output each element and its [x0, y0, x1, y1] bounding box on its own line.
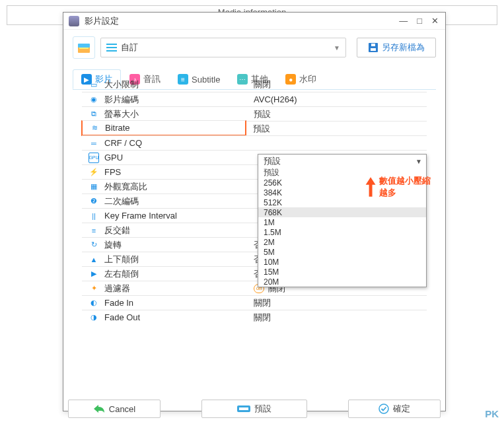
row-label-cell: ✦過濾器	[82, 281, 247, 295]
app-icon	[69, 16, 79, 26]
row-label-cell: ||Key Frame Interval	[82, 208, 247, 223]
row-label-cell: ▲上下顛倒	[82, 252, 247, 266]
row-label-cell: ❷二次編碼	[82, 193, 247, 208]
row-label-text: 螢幕大小	[104, 108, 139, 120]
row-label-cell: GPUGPU	[82, 150, 247, 164]
close-button[interactable]: ✕	[430, 16, 440, 26]
preset-label: 預設	[254, 403, 271, 415]
svg-rect-7	[371, 48, 376, 51]
watermark-text: PK	[485, 408, 499, 419]
rotate-icon: ↻	[89, 240, 99, 250]
top-toolbar: 自訂 ▼ 另存新檔為	[63, 30, 445, 63]
dialog-title: 影片設定	[85, 15, 398, 27]
bitrate-option[interactable]: 768K	[258, 207, 426, 217]
settings-row[interactable]: ◑Fade Out關閉	[82, 310, 427, 324]
window-buttons: ― □ ✕	[398, 16, 440, 26]
settings-row[interactable]: ═CRF / CQ	[82, 135, 427, 150]
row-label-cell: ⧉螢幕大小	[82, 106, 247, 121]
bitrate-option[interactable]: 15M	[258, 267, 426, 277]
row-label-text: 影片編碼	[104, 94, 139, 106]
ok-label: 確定	[393, 403, 410, 415]
cancel-button[interactable]: Cancel	[68, 400, 161, 418]
bitrate-icon: ≋	[89, 123, 100, 133]
bitrate-option[interactable]: 5M	[258, 247, 426, 257]
arrow-up-icon	[365, 174, 377, 200]
row-label-cell: ═CRF / CQ	[82, 135, 247, 150]
row-label-cell: ▭大小限制	[82, 77, 247, 92]
svg-rect-2	[79, 48, 89, 49]
preset-dropdown[interactable]: 自訂 ▼	[100, 38, 346, 57]
svg-rect-4	[106, 47, 117, 48]
row-value-cell[interactable]: 關閉	[247, 77, 427, 92]
annotation-overlay: 數值越小壓縮越多	[365, 174, 436, 200]
row-value-cell[interactable]: AVC(H264)	[247, 92, 427, 106]
bitrate-dropdown-header[interactable]: 預設 ▼	[258, 155, 426, 168]
row-value-cell[interactable]	[247, 135, 427, 150]
settings-row[interactable]: ≋Bitrate預設	[82, 121, 427, 135]
row-label-text: FPS	[104, 167, 121, 177]
floppy-icon	[369, 43, 378, 52]
row-label-text: 旋轉	[104, 239, 122, 251]
bitrate-option[interactable]: 10M	[258, 257, 426, 267]
row-value-cell[interactable]: 預設	[246, 121, 427, 135]
svg-rect-1	[78, 44, 90, 48]
bitrate-option[interactable]: 2M	[258, 237, 426, 247]
row-value-cell[interactable]: 關閉	[247, 295, 427, 310]
row-value-text: AVC(H264)	[254, 94, 297, 104]
bitrate-option[interactable]: 1M	[258, 217, 426, 227]
maximize-button[interactable]: □	[415, 16, 423, 26]
aspect-icon: ▦	[89, 182, 99, 192]
minimize-button[interactable]: ―	[398, 16, 409, 26]
row-value-text: 關閉	[254, 312, 271, 324]
ok-button[interactable]: 確定	[348, 400, 441, 418]
row-value-cell[interactable]: 關閉	[247, 310, 427, 324]
fade-out-icon: ◑	[89, 312, 99, 323]
settings-row[interactable]: ◐Fade In關閉	[82, 295, 427, 310]
settings-grid-area: ▭大小限制關閉◉影片編碼AVC(H264)⧉螢幕大小預設≋Bitrate預設═C…	[73, 77, 436, 379]
row-label-text: 大小限制	[104, 79, 139, 90]
row-label-cell: ▶左右顛倒	[82, 266, 247, 281]
save-as-label: 另存新檔為	[382, 42, 425, 53]
row-label-text: CRF / CQ	[104, 138, 142, 148]
preset-list-icon	[106, 44, 117, 52]
row-value-text: 預設	[253, 123, 270, 135]
row-label-text: Key Frame Interval	[104, 211, 177, 221]
cancel-label: Cancel	[109, 404, 135, 414]
settings-row[interactable]: ▭大小限制關閉	[82, 77, 427, 92]
settings-row[interactable]: ⧉螢幕大小預設	[82, 106, 427, 121]
preset-selected-label: 自訂	[121, 42, 138, 53]
two-pass-icon: ❷	[89, 196, 99, 207]
row-value-text: 關閉	[254, 297, 271, 309]
row-label-cell: ◐Fade In	[82, 295, 247, 310]
chevron-down-icon: ▼	[334, 44, 340, 52]
fps-icon: ⚡	[89, 167, 99, 178]
video-settings-dialog: 影片設定 ― □ ✕ 自訂 ▼ 另存新檔為 ▶影片 ♪音訊 ≡Subtitle …	[63, 12, 446, 411]
screen-size-icon: ⧉	[89, 109, 99, 120]
row-value-text: 預設	[254, 108, 271, 120]
row-value-cell[interactable]: 預設	[247, 106, 427, 121]
preset-category-icon[interactable]	[73, 36, 95, 59]
settings-row[interactable]: ◉影片編碼AVC(H264)	[82, 92, 427, 106]
crf-icon: ═	[89, 138, 99, 149]
svg-point-11	[379, 404, 388, 413]
filter-icon: ✦	[89, 283, 99, 294]
row-label-cell: ≋Bitrate	[81, 120, 246, 136]
row-label-cell: ≡反交錯	[82, 223, 247, 237]
codec-icon: ◉	[89, 94, 99, 105]
annotation-text: 數值越小壓縮越多	[379, 175, 436, 199]
row-label-cell: ↻旋轉	[82, 237, 247, 252]
row-label-text: 上下顛倒	[104, 254, 139, 265]
save-as-button[interactable]: 另存新檔為	[357, 38, 436, 57]
row-value-text: 關閉	[254, 79, 271, 90]
flip-v-icon: ▲	[89, 254, 99, 265]
titlebar: 影片設定 ― □ ✕	[63, 13, 445, 30]
row-label-cell: ◉影片編碼	[82, 92, 247, 106]
row-label-text: 反交錯	[104, 225, 130, 236]
bottom-button-bar: Cancel 預設 確定	[63, 400, 446, 418]
check-circle-icon	[378, 404, 389, 414]
row-label-text: GPU	[104, 153, 123, 162]
bitrate-option[interactable]: 1.5M	[258, 227, 426, 237]
preset-button[interactable]: 預設	[201, 400, 307, 418]
bitrate-option[interactable]: 20M	[258, 277, 426, 287]
svg-rect-3	[106, 44, 117, 45]
